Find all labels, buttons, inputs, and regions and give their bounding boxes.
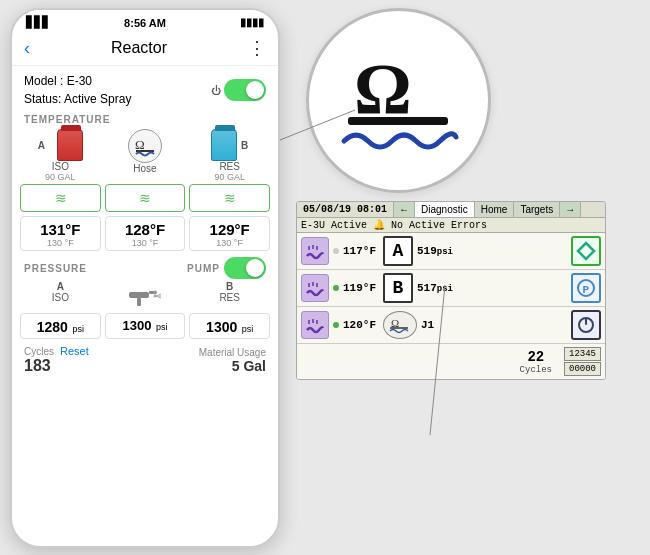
panel-nav-left[interactable]: ← <box>394 202 415 217</box>
pump-res-label: RES <box>219 292 240 303</box>
svg-text:P: P <box>583 284 590 296</box>
iso-label: ISO <box>52 161 69 172</box>
page-title: Reactor <box>111 39 167 57</box>
panel-temp-b: 119°F <box>343 282 379 294</box>
a-gal-value: 90 GAL <box>45 172 76 182</box>
press-val-center: 1300 psi <box>105 313 186 339</box>
svg-rect-4 <box>129 292 149 298</box>
pump-cell-a: A ISO <box>20 281 101 311</box>
clock: 8:56 AM <box>124 17 166 29</box>
panel-temp-a: 117°F <box>343 245 379 257</box>
pressure-pump-row: PRESSURE PUMP <box>12 253 278 281</box>
cycles-row: Cycles 183 Reset Material Usage 5 Gal <box>12 341 278 377</box>
heat-cell-3[interactable]: ≋ <box>189 184 270 212</box>
panel-pressure-b: 517psi <box>417 282 461 294</box>
press-big-b: 1300 <box>206 319 237 335</box>
spray-gun-icon <box>127 281 163 311</box>
panel-pressure-hose: J1 <box>421 319 465 331</box>
press-val-grid: 1280 psi 1300 psi 1300 psi <box>12 311 278 341</box>
press-center-unit: psi <box>156 322 168 332</box>
press-unit-a: psi <box>72 324 84 334</box>
b-label: B <box>241 140 248 151</box>
material-usage-label: Material Usage <box>199 347 266 358</box>
panel-dot-a <box>333 248 339 254</box>
heat-wavy-1: ≋ <box>55 190 66 206</box>
power-toggle[interactable] <box>224 79 266 101</box>
more-button[interactable]: ⋮ <box>248 37 266 59</box>
panel-action-hose[interactable] <box>571 310 601 340</box>
panel-bottom-row: 22 Cycles 12345 00000 <box>297 344 605 379</box>
panel-letter-a: A <box>383 236 413 266</box>
zoom-circle: Ω <box>306 8 491 193</box>
press-big-a: 1280 <box>37 319 68 335</box>
panel-row-b: 119°F B 517psi P <box>297 270 605 307</box>
panel-row-a: 117°F A 519psi <box>297 233 605 270</box>
panel-tab-home[interactable]: Home <box>475 202 515 217</box>
panel-tab-targets[interactable]: Targets <box>514 202 560 217</box>
pump-toggle[interactable] <box>224 257 266 279</box>
panel-box-2: 00000 <box>564 362 601 376</box>
press-val-a: 1280 psi <box>20 313 101 339</box>
panel-dot-b <box>333 285 339 291</box>
panel-letter-b: B <box>383 273 413 303</box>
temp-small-3: 130 °F <box>194 238 265 248</box>
heat-wavy-2: ≋ <box>139 190 150 206</box>
panel-status-bar: E-3U Active 🔔 No Active Errors <box>297 218 605 233</box>
panel-cycles-label: Cycles <box>520 365 552 375</box>
hose-label: Hose <box>133 163 156 174</box>
a-label: A <box>38 140 45 151</box>
heat-row: ≋ ≋ ≋ <box>12 182 278 214</box>
battery-icon: ▮▮▮▮ <box>240 16 264 29</box>
panel-date: 05/08/19 08:01 <box>297 202 394 217</box>
pump-iso-label: ISO <box>52 292 69 303</box>
panel-nav-right[interactable]: → <box>560 202 581 217</box>
panel-cycles-value: 22 <box>527 349 544 365</box>
press-val-b: 1300 psi <box>189 313 270 339</box>
svg-text:Ω: Ω <box>135 137 145 152</box>
temp-big-1: 131°F <box>25 221 96 238</box>
hose-icon: Ω <box>128 129 162 163</box>
panel-header: 05/08/19 08:01 ← Diagnostic Home Targets… <box>297 202 605 218</box>
temperature-section-label: TEMPERATURE <box>12 110 278 127</box>
heat-cell-1[interactable]: ≋ <box>20 184 101 212</box>
model-row: Model : E-30 Status: Active Spray ⏻ <box>12 66 278 110</box>
model-label: Model : E-30 <box>24 72 131 90</box>
svg-point-6 <box>153 291 157 295</box>
cycles-label: Cycles <box>24 346 54 357</box>
heat-wavy-3: ≋ <box>224 190 235 206</box>
temp-big-3: 129°F <box>194 221 265 238</box>
reset-button[interactable]: Reset <box>60 345 89 357</box>
pressure-section-label: PRESSURE <box>24 263 87 274</box>
temp-cell-a: A ISO 90 GAL <box>20 129 101 182</box>
cylinder-b <box>211 129 237 161</box>
temp-small-2: 130 °F <box>110 238 181 248</box>
temp-big-2: 128°F <box>110 221 181 238</box>
panel-bell-icon: 🔔 <box>373 219 385 231</box>
pump-section-label: PUMP <box>187 263 220 274</box>
press-center-val: 1300 <box>123 318 152 333</box>
svg-marker-17 <box>578 243 594 259</box>
panel-box-1: 12345 <box>564 347 601 361</box>
svg-rect-13 <box>348 117 448 125</box>
back-button[interactable]: ‹ <box>24 38 30 59</box>
temp-val-2: 128°F 130 °F <box>105 216 186 251</box>
material-usage-value: 5 Gal <box>199 358 266 374</box>
hose-big-icon: Ω <box>334 41 464 161</box>
pump-cell-center <box>105 281 186 311</box>
panel-dot-hose <box>333 322 339 328</box>
temp-val-grid: 131°F 130 °F 128°F 130 °F 129°F 130 °F <box>12 214 278 253</box>
temp-val-1: 131°F 130 °F <box>20 216 101 251</box>
header: ‹ Reactor ⋮ <box>12 33 278 66</box>
press-unit-b: psi <box>242 324 254 334</box>
temp-top-grid: A ISO 90 GAL Ω Hose <box>12 127 278 182</box>
panel-action-a[interactable] <box>571 236 601 266</box>
panel-action-b[interactable]: P <box>571 273 601 303</box>
heat-cell-2[interactable]: ≋ <box>105 184 186 212</box>
res-label: RES <box>219 161 240 172</box>
panel-tab-diagnostic[interactable]: Diagnostic <box>415 202 475 217</box>
temp-val-3: 129°F 130 °F <box>189 216 270 251</box>
signal-icon: ▋▋▋ <box>26 16 50 29</box>
pump-cell-b: B RES <box>189 281 270 311</box>
industrial-panel: 05/08/19 08:01 ← Diagnostic Home Targets… <box>296 201 606 380</box>
panel-status-left: E-3U Active <box>301 220 367 231</box>
